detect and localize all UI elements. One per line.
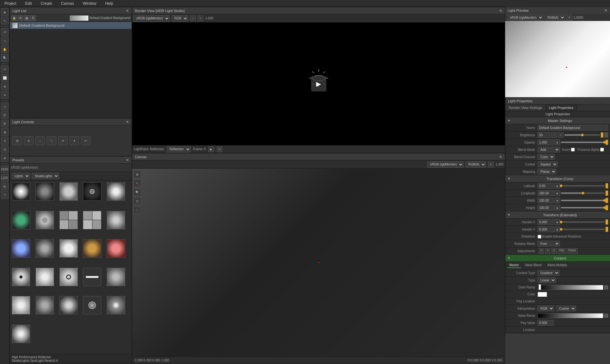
ramp-corner-btn[interactable]: [604, 286, 608, 289]
preset-item-12[interactable]: [59, 239, 78, 258]
canvas-sun-btn[interactable]: ☀: [488, 162, 494, 167]
presets-category-dropdown[interactable]: Lights: [12, 173, 30, 179]
menu-item-help[interactable]: Help: [103, 1, 115, 6]
preset-item-20[interactable]: [12, 296, 30, 314]
tool-layer[interactable]: ☰: [1, 111, 9, 119]
tool-select[interactable]: ◈: [1, 8, 9, 16]
ll-tool-grid[interactable]: ▦: [24, 15, 30, 21]
ll-tool-lock[interactable]: 🔒: [11, 15, 17, 21]
tool-pen[interactable]: ⊗: [1, 154, 9, 162]
preset-item-9[interactable]: [107, 211, 125, 229]
content-tab-value-blend[interactable]: Value Blend: [523, 263, 544, 268]
preset-item-4[interactable]: [107, 182, 125, 201]
width-handle[interactable]: [606, 198, 608, 203]
width-input[interactable]: [538, 198, 553, 203]
preset-item-7[interactable]: [59, 211, 78, 229]
render-viewport[interactable]: ▶: [132, 23, 505, 145]
render-view-close[interactable]: ✕: [499, 9, 502, 13]
menu-item-canvas[interactable]: Canvas: [59, 1, 76, 6]
preset-item-1[interactable]: [36, 182, 54, 201]
ctrl-rotate[interactable]: ⟳: [58, 136, 68, 145]
preset-item-15[interactable]: [12, 268, 30, 286]
tab-light-properties[interactable]: Light Properties: [546, 104, 577, 111]
render-timeline-mode[interactable]: Reflection: [167, 146, 191, 152]
preset-item-2[interactable]: [59, 182, 78, 201]
tool-hdr[interactable]: HDR: [1, 165, 9, 173]
light-list-close[interactable]: ✕: [126, 9, 129, 13]
tool-move[interactable]: ↖: [1, 17, 9, 24]
play-button[interactable]: ▶: [311, 76, 326, 91]
longitude-arrow[interactable]: ▲: [554, 190, 560, 196]
name-input[interactable]: [538, 125, 608, 131]
preset-item-17[interactable]: [59, 268, 78, 286]
tool-fx[interactable]: ✦: [1, 91, 9, 99]
tool-gear[interactable]: ⚙: [1, 183, 9, 190]
adj-z-btn[interactable]: Z: [552, 248, 557, 254]
peg-value-input[interactable]: [538, 320, 553, 326]
latitude-arrow[interactable]: ▲: [554, 183, 560, 189]
preset-item-24[interactable]: [107, 296, 125, 314]
menu-item-create[interactable]: Create: [39, 1, 54, 6]
cookie-dropdown[interactable]: Square: [538, 161, 558, 167]
tool-eraser[interactable]: ⬜: [1, 74, 9, 82]
brightness-minus[interactable]: −: [551, 132, 557, 138]
height-arrow[interactable]: ▲: [554, 205, 560, 211]
blend-mode-dropdown[interactable]: Add: [538, 147, 560, 152]
longitude-handle[interactable]: [606, 191, 608, 196]
canvas-mode-dropdown[interactable]: RGB(A): [465, 161, 486, 168]
height-handle[interactable]: [606, 205, 608, 210]
value-ramp-bar[interactable]: [538, 313, 603, 318]
preview-mode-dropdown[interactable]: RGB(A): [545, 15, 565, 20]
tool-anchor[interactable]: ⊡: [1, 145, 9, 153]
ctrl-add-light[interactable]: ✦: [70, 136, 79, 145]
interpolation-dropdown[interactable]: RGB: [538, 306, 554, 311]
ll-tool-layers[interactable]: ☰: [30, 15, 36, 21]
ctrl-paint[interactable]: ✏: [81, 136, 91, 145]
tool-adjust[interactable]: ⚙: [1, 120, 9, 127]
section-content[interactable]: ▼ Content: [505, 255, 610, 262]
light-preview-close[interactable]: ✕: [604, 8, 607, 13]
ll-tool-eye[interactable]: 👁: [17, 15, 23, 21]
preview-sun-btn[interactable]: ☀: [566, 15, 572, 20]
canvas-tool-4[interactable]: ⊡: [133, 197, 141, 205]
preserve-alpha-checkbox[interactable]: [600, 148, 604, 152]
brightness-input[interactable]: [538, 132, 550, 138]
height-slider[interactable]: [561, 207, 605, 208]
preset-item-13[interactable]: [83, 239, 101, 258]
ll-tool-thumb[interactable]: [70, 15, 89, 21]
width-slider[interactable]: [561, 200, 605, 201]
content-type-dropdown[interactable]: Gradient: [538, 270, 559, 276]
handle-v-arrow[interactable]: ▲: [554, 226, 560, 232]
tool-x[interactable]: ✕: [1, 137, 9, 145]
canvas-tool-3[interactable]: 🔍: [133, 188, 141, 196]
preset-item-23[interactable]: [83, 296, 101, 314]
value-ramp-corner-btn[interactable]: [604, 314, 608, 318]
preset-item-18[interactable]: [83, 268, 101, 286]
tool-paint[interactable]: ✏: [1, 65, 9, 73]
rotations-checkbox[interactable]: [538, 235, 541, 239]
render-refresh-btn[interactable]: ↺: [217, 146, 222, 152]
brightness-slider[interactable]: [565, 134, 600, 136]
opacity-input[interactable]: [538, 139, 553, 145]
tool-zoom[interactable]: 🔍: [1, 54, 9, 62]
color-ramp-bar[interactable]: [538, 285, 603, 290]
preview-colorspace-dropdown[interactable]: sRGB (rgbMonitor): [507, 15, 543, 20]
width-arrow[interactable]: ▲: [554, 198, 560, 203]
tool-help[interactable]: ?: [1, 191, 9, 199]
menu-item-edit[interactable]: Edit: [23, 1, 34, 6]
invert-checkbox[interactable]: [571, 148, 575, 152]
ctrl-transform-box[interactable]: ⊞: [12, 136, 22, 145]
handle-v-slider[interactable]: [561, 229, 605, 230]
section-transform-ext[interactable]: ▼ Transform (Extended): [505, 212, 610, 219]
ctrl-scale-h[interactable]: ↔: [35, 136, 45, 145]
render-plus-btn[interactable]: +: [198, 16, 203, 21]
render-mode-dropdown[interactable]: RGB: [172, 15, 188, 22]
ramp-handle[interactable]: [539, 284, 541, 290]
rotation-mode-dropdown[interactable]: Free: [538, 241, 560, 246]
render-minus-btn[interactable]: −: [190, 16, 196, 21]
brightness-plus[interactable]: +: [558, 132, 564, 138]
opacity-arrow[interactable]: ▲: [554, 139, 560, 145]
tool-ldr[interactable]: LDR: [1, 174, 9, 182]
light-list-item-0[interactable]: Default Gradient Background: [10, 22, 132, 29]
handle-u-arrow[interactable]: ▲: [554, 219, 560, 225]
